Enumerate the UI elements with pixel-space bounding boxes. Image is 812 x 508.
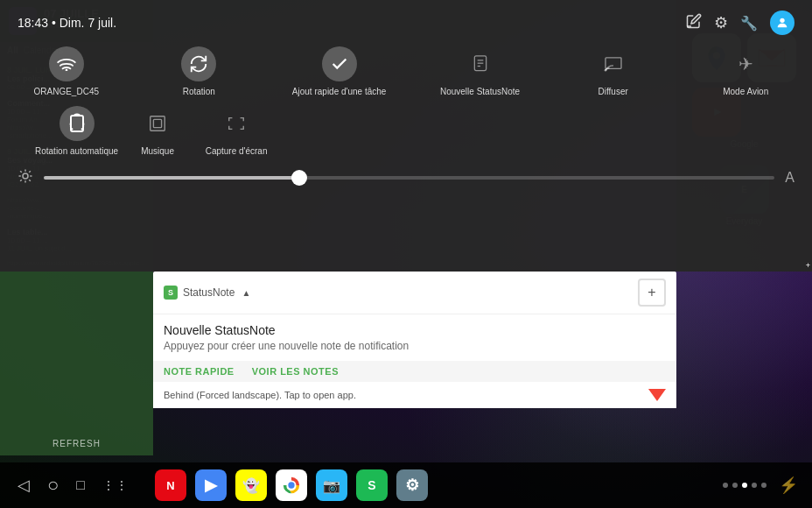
- brightness-fill: [44, 176, 299, 180]
- rotation-tile-label: Rotation: [183, 86, 215, 97]
- netflix-app[interactable]: N: [155, 469, 186, 501]
- svg-line-24: [29, 171, 31, 173]
- cast-tile-label: Diffuser: [598, 86, 628, 97]
- notification-title: Nouvelle StatusNote: [164, 323, 666, 337]
- autorotate-tile-label: Rotation automatique: [35, 145, 118, 157]
- wrench-icon[interactable]: 🔧: [740, 15, 758, 32]
- qs-tile-autorotate[interactable]: Rotation automatique: [35, 106, 118, 157]
- notification-description: Appuyez pour créer une nouvelle note de …: [164, 340, 666, 352]
- status-date: Dim. 7 juil.: [60, 16, 116, 30]
- notif-expand-button[interactable]: +: [638, 279, 666, 307]
- qs-tile-quicktask[interactable]: Ajout rapide d'une tâche: [292, 46, 387, 97]
- svg-point-6: [65, 69, 67, 71]
- wifi-tile-label: ORANGE_DC45: [34, 86, 99, 97]
- power-icon[interactable]: ⚡: [779, 476, 798, 495]
- notif-app-name: StatusNote: [183, 286, 234, 299]
- screenshot-tile-icon: [219, 106, 254, 141]
- music-tile-icon: [140, 106, 175, 141]
- svg-rect-15: [153, 119, 161, 127]
- qs-tile-screenshot[interactable]: Capture d'écran: [197, 106, 276, 157]
- settings-app[interactable]: ⚙: [396, 469, 428, 501]
- rotation-tile-icon: [181, 46, 216, 81]
- brightness-low-icon: [18, 168, 33, 187]
- dot-1: [723, 483, 728, 488]
- airplane-tile-icon: ✈: [728, 46, 763, 81]
- svg-point-12: [604, 69, 606, 72]
- svg-rect-14: [150, 116, 165, 131]
- quicktask-tile-label: Ajout rapide d'une tâche: [292, 86, 387, 97]
- autorotate-tile-icon: [60, 106, 94, 141]
- airplane-tile-label: Mode Avion: [723, 86, 768, 97]
- dot-3: [742, 483, 747, 488]
- svg-line-23: [20, 180, 22, 181]
- page-dots: [723, 483, 766, 488]
- settings-icon[interactable]: ⚙: [714, 13, 728, 32]
- taskbar-navigation: ◁ ○ □ ⋮⋮: [0, 474, 146, 497]
- notification-actions: NOTE RAPIDE VOIR LES NOTES: [153, 361, 676, 382]
- svg-point-5: [780, 18, 784, 23]
- qs-tile-cast[interactable]: Diffuser: [574, 46, 653, 97]
- chrome-app[interactable]: [276, 469, 307, 501]
- quick-settings-panel: 18:43 • Dim. 7 juil. ⚙ 🔧: [0, 0, 812, 272]
- snapchat-app[interactable]: 👻: [235, 469, 267, 501]
- screenshot-tile-label: Capture d'écran: [206, 145, 268, 157]
- taskbar: ◁ ○ □ ⋮⋮ N ▶ 👻 📷 S ⚙: [0, 462, 812, 508]
- svg-line-20: [29, 180, 31, 181]
- svg-point-27: [289, 483, 294, 488]
- qs-tile-row-1: + ORANGE_DC45 Rotation A: [0, 42, 812, 102]
- statusnote-tile-label: Nouvelle StatusNote: [440, 86, 520, 97]
- recents-button[interactable]: □: [76, 477, 85, 493]
- qs-tile-statusnote[interactable]: Nouvelle StatusNote: [440, 46, 520, 97]
- brightness-slider[interactable]: [44, 176, 774, 180]
- qs-tile-airplane[interactable]: ✈ Mode Avion: [706, 46, 785, 97]
- qs-tile-rotation[interactable]: Rotation: [159, 46, 238, 97]
- home-button[interactable]: ○: [47, 474, 59, 497]
- notification-body[interactable]: Nouvelle StatusNote Appuyez pour créer u…: [153, 314, 676, 361]
- camera-app[interactable]: 📷: [316, 469, 347, 501]
- apps-button[interactable]: ⋮⋮: [102, 478, 129, 492]
- status-time: 18:43: [18, 16, 48, 30]
- notification-footer-text: Behind (Forced landscape). Tap to open a…: [164, 390, 648, 400]
- cast-tile-icon: [596, 46, 631, 81]
- brightness-auto-icon[interactable]: A: [785, 170, 794, 186]
- notification-expand-icon[interactable]: [648, 389, 666, 401]
- spotify-app[interactable]: S: [356, 469, 388, 501]
- dot-4: [752, 483, 757, 488]
- dot-2: [732, 483, 738, 488]
- wifi-tile-icon: +: [49, 46, 84, 81]
- notif-app-icon: S: [164, 286, 178, 300]
- notif-chevron-icon: ▲: [242, 288, 250, 298]
- music-tile-label: Musique: [141, 145, 174, 157]
- play-app[interactable]: ▶: [195, 469, 227, 501]
- qs-header: 18:43 • Dim. 7 juil. ⚙ 🔧: [0, 0, 812, 42]
- notification-footer[interactable]: Behind (Forced landscape). Tap to open a…: [153, 382, 676, 408]
- voir-notes-button[interactable]: VOIR LES NOTES: [252, 366, 339, 377]
- qs-tile-music[interactable]: Musique: [118, 106, 197, 157]
- note-rapide-button[interactable]: NOTE RAPIDE: [164, 366, 234, 377]
- notification-card: S StatusNote ▲ + Nouvelle StatusNote App…: [153, 272, 676, 408]
- status-separator: •: [52, 16, 60, 30]
- back-button[interactable]: ◁: [18, 476, 30, 495]
- qs-header-icons: ⚙ 🔧: [686, 11, 794, 35]
- dot-5: [761, 483, 766, 488]
- notification-header: S StatusNote ▲ +: [153, 272, 676, 314]
- brightness-row: A: [0, 161, 812, 194]
- statusnote-tile-icon: [463, 46, 498, 81]
- taskbar-right: ⚡: [709, 476, 812, 495]
- user-avatar[interactable]: [770, 11, 794, 35]
- refresh-button[interactable]: REFRESH: [52, 439, 101, 448]
- svg-line-19: [20, 171, 22, 173]
- qs-tile-wifi[interactable]: + ORANGE_DC45: [27, 46, 106, 97]
- qs-tile-row-2: Rotation automatique Musique: [0, 102, 812, 161]
- edit-icon[interactable]: [686, 13, 702, 33]
- quicktask-tile-icon: [322, 46, 357, 81]
- svg-point-16: [23, 173, 28, 179]
- status-bar-info: 18:43 • Dim. 7 juil.: [18, 16, 116, 30]
- taskbar-apps: N ▶ 👻 📷 S ⚙: [146, 469, 709, 501]
- brightness-thumb[interactable]: [291, 170, 307, 186]
